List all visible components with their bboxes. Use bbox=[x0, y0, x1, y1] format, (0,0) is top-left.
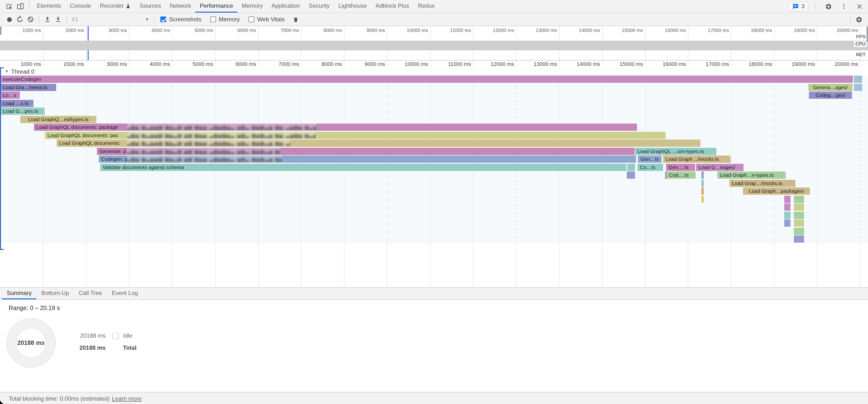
overview-right-handle[interactable] bbox=[867, 27, 868, 42]
tab-memory[interactable]: Memory bbox=[237, 0, 267, 12]
kebab-menu-icon[interactable] bbox=[838, 3, 849, 10]
details-tab-call-tree[interactable]: Call Tree bbox=[74, 288, 107, 299]
flame-bar-label: Load Graph…/mocks.ts bbox=[665, 156, 719, 162]
overview-tick-label: 6000 ms bbox=[238, 28, 258, 33]
flame-bar[interactable]: Generate: p▃▆▅ ▆▃▅▅▆ ▆▅▃▆ ▅▆ ▆▅▅ ▃▆▅▆▅▃ … bbox=[97, 148, 634, 155]
flame-bar[interactable]: Genera…ages/ bbox=[808, 84, 852, 91]
flame-bar[interactable]: Codegen: p▃▆▅ ▆▃▅▅▆ ▆▅▃▆ ▅▆ ▆▅▅ ▃▆▅▆▅▃ ▅… bbox=[99, 155, 636, 163]
reload-record-button[interactable] bbox=[14, 14, 25, 25]
grid-line bbox=[43, 61, 43, 287]
tab-recorder[interactable]: Recorder bbox=[95, 0, 135, 12]
ruler-tick-label: 12000 ms bbox=[491, 61, 516, 67]
tab-application[interactable]: Application bbox=[267, 0, 304, 12]
flame-bar[interactable]: Lo…s bbox=[0, 92, 20, 99]
load-profile-icon[interactable] bbox=[42, 14, 53, 25]
flame-bar[interactable]: Load GraphQ…ed/types.ts bbox=[20, 116, 96, 123]
details-tab-bottom-up[interactable]: Bottom-Up bbox=[37, 288, 74, 299]
details-tab-event-log[interactable]: Event Log bbox=[107, 288, 143, 299]
checkbox-screenshots[interactable]: Screenshots bbox=[160, 16, 201, 23]
flame-chart-panel[interactable]: 1000 ms2000 ms3000 ms4000 ms5000 ms6000 … bbox=[0, 61, 868, 287]
overview-tick-label: 10000 ms bbox=[407, 28, 430, 33]
flame-bar[interactable] bbox=[794, 219, 804, 227]
flame-bar[interactable]: Codeg…ges/ bbox=[809, 92, 852, 99]
settings-gear-icon[interactable] bbox=[823, 3, 834, 10]
overview-left-handle[interactable] bbox=[0, 27, 1, 35]
tab-network[interactable]: Network bbox=[165, 0, 195, 12]
flame-bar[interactable] bbox=[854, 84, 862, 91]
flame-bar[interactable] bbox=[794, 204, 804, 211]
flame-bar[interactable] bbox=[627, 163, 635, 171]
flame-bar[interactable]: Load Graph…n-types.ts bbox=[717, 172, 786, 179]
details-tab-summary[interactable]: Summary bbox=[2, 288, 37, 299]
timeline-overview[interactable]: 1000 ms2000 ms3000 ms4000 ms5000 ms6000 … bbox=[0, 26, 868, 61]
flame-bar[interactable]: Load Graph…packages/ bbox=[743, 187, 810, 195]
checkbox-memory[interactable]: Memory bbox=[210, 16, 240, 23]
flame-bar[interactable]: executeCodegen bbox=[0, 75, 853, 83]
tab-security[interactable]: Security bbox=[304, 0, 334, 12]
flame-bar[interactable]: Load GraphQL documents:▃▆▅ ▆▃▅▅▆ ▆▅▃▆ ▅▆… bbox=[57, 139, 701, 147]
thread-track-header[interactable]: ▼ Thread 0 bbox=[0, 67, 868, 75]
legend-value: 20188 ms bbox=[76, 344, 105, 351]
flame-bar[interactable] bbox=[784, 212, 790, 219]
total-blocking-time-text: Total blocking time: 0.00ms (estimated) bbox=[9, 395, 110, 402]
grid-line bbox=[301, 61, 302, 287]
flame-bar[interactable]: Load GraphQL documents: pac▃▆▅ ▆▃▅▅▆ ▆▅▃… bbox=[45, 131, 665, 139]
save-profile-icon[interactable] bbox=[53, 14, 63, 25]
issues-button[interactable]: 3 bbox=[789, 1, 808, 11]
flame-bar[interactable] bbox=[627, 172, 635, 179]
overview-tick-label: 19000 ms bbox=[794, 28, 817, 33]
flame-bar[interactable]: Gen….ts bbox=[666, 163, 695, 171]
tab-redux[interactable]: Redux bbox=[413, 0, 439, 12]
ruler-tick-label: 13000 ms bbox=[533, 61, 559, 67]
overview-tick-label: 4000 ms bbox=[151, 28, 172, 33]
trash-icon[interactable] bbox=[290, 14, 301, 25]
history-select[interactable]: #1 ▼ bbox=[72, 16, 149, 23]
tab-label: Performance bbox=[200, 2, 233, 9]
tab-console[interactable]: Console bbox=[65, 0, 95, 12]
flame-bar[interactable] bbox=[794, 236, 804, 243]
flame-bar[interactable] bbox=[702, 187, 704, 195]
flame-bar[interactable] bbox=[702, 172, 704, 179]
tab-label: Adblock Plus bbox=[376, 2, 409, 9]
flame-bar[interactable]: Load GraphQL …urn-types.ts bbox=[635, 148, 716, 155]
ruler-tick-label: 14000 ms bbox=[577, 61, 602, 67]
flame-bar[interactable]: Cod….ts bbox=[666, 172, 695, 179]
record-button[interactable] bbox=[4, 14, 14, 25]
flame-bar[interactable] bbox=[784, 219, 790, 227]
grid-line bbox=[172, 61, 173, 287]
tab-lighthouse[interactable]: Lighthouse bbox=[334, 0, 371, 12]
close-icon[interactable] bbox=[854, 3, 865, 9]
tab-adblock-plus[interactable]: Adblock Plus bbox=[371, 0, 414, 12]
inspect-element-icon[interactable] bbox=[3, 0, 14, 12]
device-toolbar-icon[interactable] bbox=[14, 0, 26, 12]
flame-bar[interactable]: Load Graph…/mocks.ts bbox=[663, 155, 731, 163]
flame-bar[interactable] bbox=[794, 227, 804, 235]
overview-tick-label: 16000 ms bbox=[665, 28, 688, 33]
flame-bar[interactable]: Load …s.ts bbox=[0, 99, 33, 107]
flame-bar[interactable] bbox=[784, 195, 790, 203]
tab-performance[interactable]: Performance bbox=[195, 0, 237, 12]
flame-bar[interactable]: Load Grap…/mocks.ts bbox=[730, 180, 795, 187]
flame-bar[interactable]: Co…ts bbox=[638, 163, 663, 171]
flame-bar[interactable] bbox=[702, 180, 704, 187]
flame-bar[interactable]: Validate documents against schema bbox=[100, 163, 626, 171]
tab-sources[interactable]: Sources bbox=[135, 0, 165, 12]
clear-button[interactable] bbox=[25, 14, 36, 25]
flame-bar[interactable] bbox=[794, 212, 804, 219]
checkbox-web-vitals[interactable]: Web Vitals bbox=[248, 16, 285, 23]
capture-settings-gear-icon[interactable] bbox=[854, 14, 864, 25]
divider bbox=[815, 2, 816, 10]
flame-bar[interactable]: Load GraphQL documents: package▃▆▅ ▆▃▅▅▆… bbox=[34, 124, 637, 131]
flame-bar[interactable]: Load Gra…hema.ts bbox=[0, 84, 56, 91]
learn-more-link[interactable]: Learn more bbox=[112, 395, 142, 402]
details-tab-label: Event Log bbox=[112, 290, 138, 297]
flame-bar[interactable]: Load G…pes.ts bbox=[0, 107, 44, 115]
tab-label: Console bbox=[70, 2, 91, 9]
flame-bar[interactable]: Gen…ts bbox=[638, 155, 662, 163]
flame-bar[interactable] bbox=[854, 75, 862, 83]
flame-bar[interactable]: Load G…kages/ bbox=[696, 163, 744, 171]
flame-bar[interactable] bbox=[794, 195, 804, 203]
flame-bar[interactable] bbox=[784, 204, 790, 211]
flame-bar[interactable] bbox=[702, 195, 704, 203]
tab-elements[interactable]: Elements bbox=[32, 0, 65, 12]
